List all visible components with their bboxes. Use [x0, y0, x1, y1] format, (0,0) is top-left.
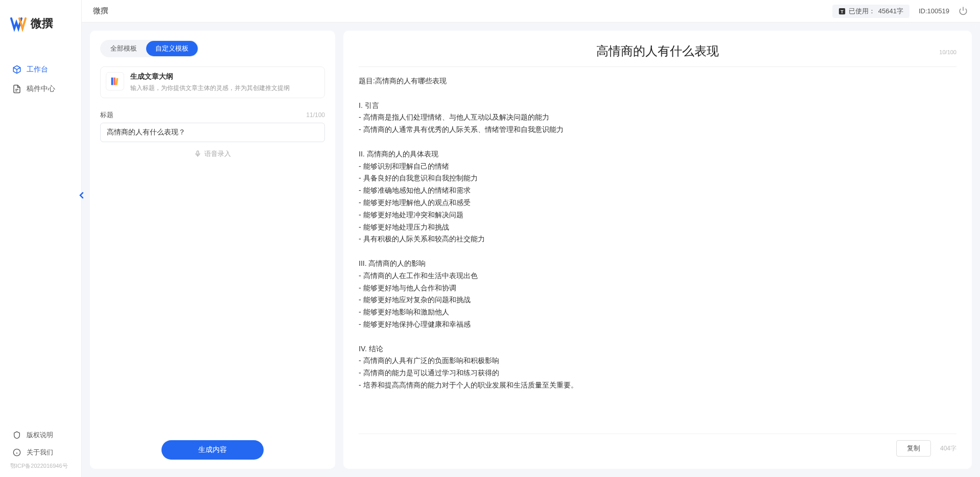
sidebar-bottom: 版权说明 关于我们 鄂ICP备2022016946号	[0, 426, 81, 477]
sidebar-collapse-toggle[interactable]	[77, 189, 85, 201]
template-desc: 输入标题，为你提供文章主体的灵感，并为其创建推文提纲	[130, 83, 290, 93]
svg-rect-8	[115, 78, 119, 85]
nav-label: 稿件中心	[27, 84, 55, 94]
nav-label: 关于我们	[27, 448, 53, 457]
title-label-row: 标题 11/100	[100, 110, 325, 120]
output-footer: 复制 404字	[359, 434, 956, 457]
svg-rect-9	[197, 151, 199, 154]
logo[interactable]: 微撰	[0, 0, 81, 44]
voice-input-button[interactable]: 语音录入	[100, 149, 325, 158]
copy-button[interactable]: 复制	[896, 440, 931, 457]
tab-all-templates[interactable]: 全部模板	[101, 41, 146, 56]
topbar: 微撰 T 已使用：45641字 ID:100519	[82, 0, 980, 22]
logo-icon	[10, 15, 27, 32]
mic-icon	[194, 150, 201, 157]
nav-workspace[interactable]: 工作台	[0, 60, 81, 79]
content: 全部模板 自定义模板 生成文章大纲 输入标题，为你提供文章主体的灵感，并为其创建…	[82, 22, 980, 477]
output-header: 高情商的人有什么表现 10/100	[359, 43, 956, 67]
title-char-count: 11/100	[306, 111, 325, 119]
usage-value: 45641字	[878, 7, 903, 16]
nav-copyright[interactable]: 版权说明	[0, 426, 81, 444]
main-nav: 工作台 稿件中心	[0, 44, 81, 426]
books-icon	[106, 72, 124, 90]
voice-label: 语音录入	[204, 149, 231, 158]
svg-rect-6	[111, 78, 113, 85]
output-panel: 高情商的人有什么表现 10/100 题目:高情商的人有哪些表现 I. 引言 - …	[343, 31, 972, 469]
power-button[interactable]	[959, 6, 969, 16]
template-title: 生成文章大纲	[130, 72, 290, 81]
usage-label: 已使用：	[849, 7, 875, 16]
template-tabs: 全部模板 自定义模板	[100, 40, 199, 57]
output-char-count: 404字	[940, 444, 956, 453]
nav-label: 版权说明	[27, 430, 53, 440]
main: 微撰 T 已使用：45641字 ID:100519 全部模板 自定	[82, 0, 980, 477]
input-panel: 全部模板 自定义模板 生成文章大纲 输入标题，为你提供文章主体的灵感，并为其创建…	[90, 31, 335, 469]
title-input[interactable]	[100, 123, 325, 142]
generate-button[interactable]: 生成内容	[161, 440, 264, 460]
svg-rect-7	[113, 78, 115, 85]
nav-label: 工作台	[27, 65, 48, 74]
usage-badge[interactable]: T 已使用：45641字	[832, 5, 909, 18]
shield-icon	[12, 430, 21, 440]
topbar-title: 微撰	[93, 6, 108, 16]
svg-text:T: T	[841, 9, 844, 14]
nav-drafts[interactable]: 稿件中心	[0, 79, 81, 99]
info-icon	[12, 448, 21, 457]
nav-about[interactable]: 关于我们	[0, 444, 81, 461]
user-id: ID:100519	[919, 7, 949, 15]
output-body[interactable]: 题目:高情商的人有哪些表现 I. 引言 - 高情商是指人们处理情绪、与他人互动以…	[359, 75, 956, 427]
output-title: 高情商的人有什么表现	[359, 43, 956, 59]
logo-text: 微撰	[31, 16, 53, 31]
template-info: 生成文章大纲 输入标题，为你提供文章主体的灵感，并为其创建推文提纲	[130, 72, 290, 93]
template-card[interactable]: 生成文章大纲 输入标题，为你提供文章主体的灵感，并为其创建推文提纲	[100, 66, 325, 98]
tab-custom-templates[interactable]: 自定义模板	[146, 41, 198, 56]
title-label: 标题	[100, 110, 113, 120]
sidebar: 微撰 工作台 稿件中心 版权说明	[0, 0, 82, 477]
cube-icon	[12, 65, 21, 74]
output-title-count: 10/100	[939, 49, 956, 55]
icp-text: 鄂ICP备2022016946号	[0, 461, 81, 473]
text-t-icon: T	[838, 8, 846, 15]
topbar-right: T 已使用：45641字 ID:100519	[832, 5, 969, 18]
document-icon	[12, 84, 21, 94]
